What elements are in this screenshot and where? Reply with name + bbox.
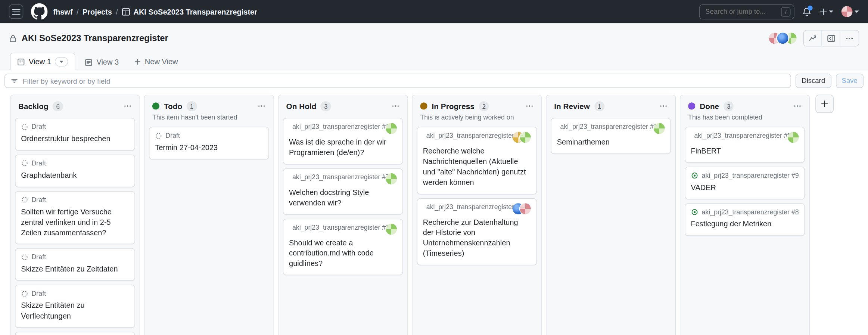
- card-title: Recherche zur Datenhaltung der Historie …: [423, 217, 531, 259]
- column-done: Done 3 This has been completed aki_prj23…: [680, 95, 810, 335]
- create-new-button[interactable]: [819, 7, 834, 16]
- column-description: This has been completed: [680, 114, 809, 122]
- filter-field[interactable]: [4, 74, 791, 88]
- assignee-avatars: [513, 132, 531, 143]
- column-count-badge: 3: [724, 101, 734, 111]
- assignee-avatar: [386, 123, 397, 134]
- user-menu-button[interactable]: [841, 6, 859, 17]
- column-menu-button[interactable]: [122, 101, 133, 111]
- new-view-button[interactable]: New View: [128, 54, 183, 70]
- card-type-label: Draft: [32, 253, 46, 261]
- column-menu-button[interactable]: [658, 101, 669, 111]
- tab-view-1[interactable]: View 1: [10, 53, 75, 70]
- caret-down-icon: [59, 61, 64, 63]
- filter-input[interactable]: [23, 77, 785, 85]
- project-table-icon: [122, 7, 130, 16]
- add-column-button[interactable]: [815, 95, 834, 113]
- assignee-avatars: [386, 173, 397, 184]
- card[interactable]: Draft Graphdatenbank: [15, 155, 135, 187]
- card[interactable]: aki_prj23_transparenzregister #11 Was is…: [283, 118, 403, 164]
- card[interactable]: Draft Skizze Entitäten zu Zeitdaten: [15, 248, 135, 281]
- github-logo-icon[interactable]: [31, 3, 47, 20]
- draft-icon: [21, 254, 28, 261]
- kebab-icon: [793, 102, 802, 110]
- breadcrumb-projects[interactable]: Projects: [83, 7, 112, 16]
- user-avatar: [841, 6, 853, 17]
- draft-icon: [21, 123, 28, 130]
- assignee-avatar: [386, 173, 397, 184]
- column-count-badge: 2: [479, 101, 489, 111]
- open-issue-icon: [691, 208, 699, 216]
- card[interactable]: aki_prj23_transparenzregister #5 FinBERT: [685, 127, 805, 163]
- column-name: Done: [700, 102, 719, 111]
- card[interactable]: aki_prj23_transparenzregister #9 VADER: [685, 167, 805, 199]
- global-search[interactable]: /: [699, 4, 794, 19]
- card[interactable]: Draft Sollten wir fertige Versuche zentr…: [15, 191, 135, 244]
- card[interactable]: Draft Termin 27-04-2023: [149, 127, 269, 159]
- caret-down-icon: [854, 10, 859, 13]
- column-menu-button[interactable]: [256, 101, 267, 111]
- column-status-dot: [420, 102, 427, 109]
- card-title: Was ist die sprache in der wir Programie…: [289, 137, 397, 158]
- card[interactable]: Draft Ordnerstruktur besprechen: [15, 118, 135, 151]
- notifications-button[interactable]: [802, 7, 812, 16]
- breadcrumb-org[interactable]: fhswf: [53, 7, 72, 16]
- card-type-label: Draft: [32, 123, 46, 131]
- card[interactable]: aki_prj23_transparenzregister #3 Recherc…: [417, 127, 537, 194]
- column-menu-button[interactable]: [524, 101, 535, 111]
- hamburger-menu-button[interactable]: [9, 4, 24, 19]
- tab-view-3[interactable]: View 3: [78, 54, 126, 70]
- card[interactable]: aki_prj23_transparenzregister #10 Semina…: [551, 118, 671, 154]
- card-title: Skizze Entitäten zu Verflechtungen: [21, 301, 129, 322]
- project-menu-button[interactable]: [840, 31, 859, 46]
- card-title: Should we create a contribution.md with …: [289, 238, 397, 269]
- breadcrumb: fhswf / Projects / AKI SoSe2023 Transpar…: [53, 7, 257, 16]
- card-title: Graphdatenbank: [21, 171, 129, 181]
- column-description: This is actively being worked on: [413, 114, 541, 122]
- discard-button[interactable]: Discard: [796, 74, 831, 88]
- card[interactable]: Draft QFD - Quality Function Deployment: [15, 332, 135, 335]
- hamburger-icon: [12, 7, 20, 16]
- issue-ref: aki_prj23_transparenzregister #2: [426, 203, 523, 211]
- column-menu-button[interactable]: [390, 101, 401, 111]
- notification-dot: [808, 5, 812, 10]
- project-toolbar: [803, 30, 859, 46]
- card-type-label: Draft: [32, 196, 46, 204]
- column-description: This item hasn't been started: [144, 114, 273, 122]
- side-panel-button[interactable]: [822, 31, 840, 46]
- insights-button[interactable]: [804, 31, 822, 46]
- column-status-dot: [688, 102, 695, 109]
- search-input[interactable]: [705, 8, 778, 16]
- collaborator-avatar: [776, 32, 790, 45]
- assignee-avatar: [788, 132, 799, 143]
- column-on-hold: On Hold 3 aki_prj23_transparenzregister …: [278, 95, 408, 335]
- draft-icon: [155, 132, 162, 139]
- breadcrumb-project[interactable]: AKI SoSe2023 Transparenzregister: [122, 7, 257, 16]
- assignee-avatar: [520, 203, 531, 214]
- issue-ref: aki_prj23_transparenzregister #9: [702, 171, 799, 179]
- card[interactable]: Draft Skizze Entitäten zu Verflechtungen: [15, 285, 135, 328]
- column-backlog: Backlog 6 Draft Ordnerstruktur bespreche…: [10, 95, 140, 335]
- card-title: Ordnerstruktur besprechen: [21, 134, 129, 145]
- card[interactable]: aki_prj23_transparenzregister #7 Welchen…: [283, 168, 403, 214]
- card-type-label: Draft: [165, 132, 180, 140]
- column-status-dot: [152, 102, 159, 109]
- issue-ref: aki_prj23_transparenzregister #12: [292, 223, 393, 231]
- table-view-icon: [85, 58, 93, 66]
- column-count-badge: 3: [321, 101, 331, 111]
- card[interactable]: aki_prj23_transparenzregister #2 Recherc…: [417, 198, 537, 265]
- save-button[interactable]: Save: [836, 74, 864, 88]
- card-type-label: Draft: [32, 159, 46, 167]
- lock-icon: [9, 34, 17, 42]
- breadcrumb-separator: /: [77, 7, 79, 16]
- column-menu-button[interactable]: [792, 101, 803, 111]
- view-options-button[interactable]: [55, 57, 68, 66]
- issue-ref: aki_prj23_transparenzregister #11: [292, 123, 393, 131]
- card[interactable]: aki_prj23_transparenzregister #8 Festleg…: [685, 203, 805, 236]
- card[interactable]: aki_prj23_transparenzregister #12 Should…: [283, 218, 403, 275]
- card-title: Skizze Entitäten zu Zeitdaten: [21, 264, 129, 275]
- collaborator-avatars[interactable]: [768, 32, 798, 45]
- column-name: Backlog: [18, 102, 49, 111]
- card-title: Seminarthemen: [557, 137, 665, 148]
- app-header: fhswf / Projects / AKI SoSe2023 Transpar…: [0, 0, 868, 23]
